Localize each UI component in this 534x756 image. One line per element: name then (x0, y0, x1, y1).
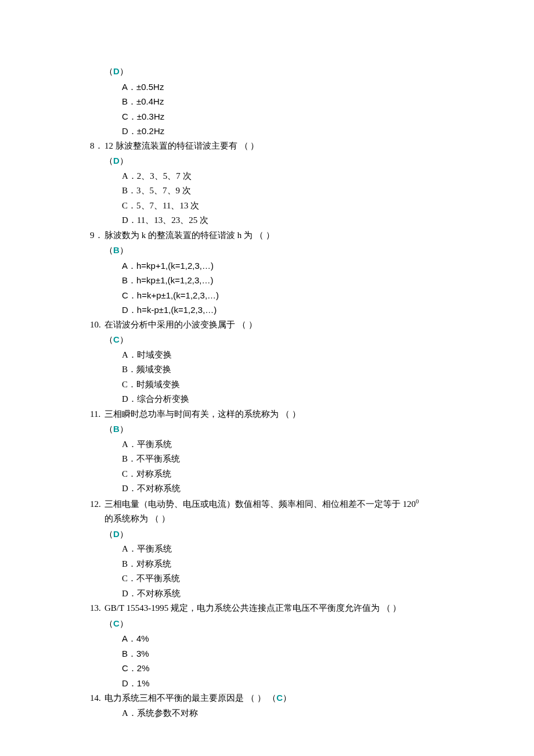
q14-option-a: A．系统参数不对称 (122, 706, 459, 721)
q14: 14. 电力系统三相不平衡的最主要原因是 （ ） （C） (90, 690, 459, 706)
q9-number: 9． (90, 228, 104, 243)
q10-option-a: A．时域变换 (122, 348, 459, 363)
q13: 13. GB/T 15543-1995 规定，电力系统公共连接点正常电压不平衡度… (90, 601, 459, 616)
q12: 12. 三相电量（电动势、电压或电流）数值相等、频率相同、相位相差不一定等于 1… (90, 496, 459, 512)
q8-option-c: C．5、7、11、13 次 (122, 199, 459, 214)
q12-option-a: A．平衡系统 (122, 542, 459, 557)
q13-option-d: D．1% (122, 676, 459, 691)
q10-answer: （C） (104, 332, 459, 348)
q9-answer: （B） (104, 243, 459, 258)
q11-option-c: C．对称系统 (122, 467, 459, 482)
q9: 9． 脉波数为 k 的整流装置的特征谐波 h 为 （ ） (90, 228, 459, 243)
q7-option-c: C．±0.3Hz (122, 109, 459, 124)
q9-option-b: B．h=kp±1,(k=1,2,3,…) (122, 273, 459, 288)
q12-stem-line1: 三相电量（电动势、电压或电流）数值相等、频率相同、相位相差不一定等于 1200 (104, 496, 419, 512)
q9-option-d: D．h=k-p±1,(k=1,2,3,…) (122, 303, 459, 318)
q11: 11. 三相瞬时总功率与时间有关，这样的系统称为 （ ） (90, 407, 459, 422)
q8-stem: 12 脉波整流装置的特征谐波主要有 （ ） (104, 139, 259, 154)
q10-option-c: C．时频域变换 (122, 377, 459, 393)
q12-option-c: C．不平衡系统 (122, 571, 459, 586)
q13-answer: （C） (104, 616, 459, 632)
q9-stem: 脉波数为 k 的整流装置的特征谐波 h 为 （ ） (104, 228, 275, 243)
q11-option-a: A．平衡系统 (122, 437, 459, 452)
q9-option-a: A．h=kp+1,(k=1,2,3,…) (122, 258, 459, 273)
q12-number: 12. (90, 497, 104, 512)
q12-option-b: B．对称系统 (122, 557, 459, 572)
q10-option-b: B．频域变换 (122, 362, 459, 377)
q9-option-c: C．h=k+p±1,(k=1,2,3,…) (122, 288, 459, 303)
q8-answer: （D） (104, 153, 459, 169)
q12-answer: （D） (104, 527, 459, 542)
q13-option-a: A．4% (122, 631, 459, 646)
q7-option-b: B．±0.4Hz (122, 94, 459, 109)
q8-option-d: D．11、13、23、25 次 (122, 213, 459, 228)
q13-stem: GB/T 15543-1995 规定，电力系统公共连接点正常电压不平衡度允许值为… (104, 601, 401, 616)
q11-option-d: D．不对称系统 (122, 481, 459, 496)
q11-answer: （B） (104, 422, 459, 437)
q10-option-d: D．综合分析变换 (122, 392, 459, 407)
q11-stem: 三相瞬时总功率与时间有关，这样的系统称为 （ ） (104, 407, 301, 422)
q8-option-a: A．2、3、5、7 次 (122, 169, 459, 184)
q13-option-c: C．2% (122, 661, 459, 676)
q8-option-b: B．3、5、7、9 次 (122, 183, 459, 199)
q10: 10. 在谐波分析中采用的小波变换属于 （ ） (90, 318, 459, 333)
q10-stem: 在谐波分析中采用的小波变换属于 （ ） (104, 318, 257, 333)
q7-option-a: A．±0.5Hz (122, 80, 459, 95)
q12-stem-line2: 的系统称为 （ ） (104, 512, 459, 527)
q7-answer: （D） (104, 64, 459, 80)
document-page: { "q7": { "answer": "D", "options": { "a… (0, 0, 534, 756)
q8: 8． 12 脉波整流装置的特征谐波主要有 （ ） (90, 139, 459, 154)
q12-option-d: D．不对称系统 (122, 586, 459, 602)
q13-option-b: B．3% (122, 646, 459, 661)
q7-option-d: D．±0.2Hz (122, 124, 459, 139)
q13-number: 13. (90, 601, 104, 616)
q14-number: 14. (90, 691, 104, 706)
q8-number: 8． (90, 139, 104, 154)
q11-option-b: B．不平衡系统 (122, 452, 459, 467)
q14-stem: 电力系统三相不平衡的最主要原因是 （ ） （C） (104, 690, 291, 706)
q11-number: 11. (90, 407, 104, 422)
q10-number: 10. (90, 318, 104, 333)
